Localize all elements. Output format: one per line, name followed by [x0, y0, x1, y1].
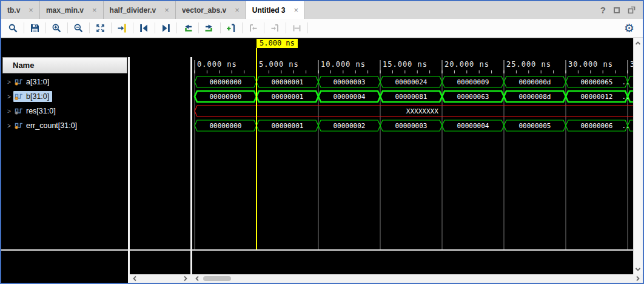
svg-text:00000001: 00000001 — [272, 78, 304, 86]
svg-text:..: .. — [622, 78, 629, 86]
svg-text:00000006: 00000006 — [581, 122, 613, 130]
scroll-right-icon[interactable] — [181, 274, 190, 283]
svg-text:00000000: 00000000 — [210, 78, 242, 86]
tab-label: Untitled 3 — [252, 6, 286, 15]
save-waveform-button[interactable] — [27, 21, 43, 35]
toolbar-separator — [242, 22, 243, 33]
signal-name: err_count[31:0] — [26, 121, 77, 130]
toolbar-separator — [286, 22, 286, 33]
signal-name: a[31:0] — [26, 78, 49, 86]
scroll-down-icon[interactable] — [634, 265, 642, 274]
tab-bar: tb.v × max_min.v × half_divider.v × vect… — [1, 1, 643, 19]
name-column-header[interactable]: Name — [2, 57, 127, 73]
svg-text:10.000 ns: 10.000 ns — [321, 60, 366, 69]
toolbar-separator — [220, 22, 221, 33]
svg-text:..: .. — [622, 122, 629, 130]
expand-chevron-icon[interactable]: > — [5, 93, 13, 100]
svg-text:00000024: 00000024 — [395, 78, 428, 86]
toolbar-separator — [155, 22, 155, 33]
tab-untitled-3[interactable]: Untitled 3 × — [246, 1, 305, 19]
waveform-canvas[interactable]: 0.000 ns5.000 ns10.000 ns15.000 ns20.000… — [192, 38, 633, 274]
zoom-in-button[interactable] — [49, 21, 65, 35]
signal-name: res[31:0] — [26, 107, 56, 115]
bus-signal-icon — [15, 78, 23, 86]
previous-marker-button — [245, 21, 261, 35]
waveform-display[interactable]: 5.000 ns 0.000 ns5.000 ns10.000 ns15.000… — [192, 38, 633, 283]
tab-label: max_min.v — [46, 6, 84, 15]
svg-text:30.000 ns: 30.000 ns — [568, 60, 613, 69]
toolbar-separator — [45, 22, 46, 33]
titlebar-icons: ? — [600, 1, 643, 19]
close-icon[interactable]: × — [92, 6, 97, 14]
float-window-icon[interactable] — [628, 6, 636, 14]
signal-name: b[31:0] — [26, 92, 49, 101]
scroll-left-icon[interactable] — [193, 274, 201, 283]
scroll-up-icon[interactable] — [634, 39, 642, 47]
maximize-icon[interactable] — [614, 7, 620, 13]
scroll-right-icon[interactable] — [634, 274, 642, 283]
svg-text:5.000 ns: 5.000 ns — [259, 60, 299, 69]
svg-text:XXXXXXXX: XXXXXXXX — [406, 107, 438, 115]
help-icon[interactable]: ? — [600, 5, 606, 15]
zoom-fit-button[interactable] — [92, 21, 109, 35]
signal-row-err_count[interactable]: > err_count[31:0] — [2, 118, 127, 133]
zoom-to-cursor-button[interactable] — [114, 21, 130, 35]
svg-text:00000004: 00000004 — [457, 122, 489, 130]
wave-toolbar: ⚙ — [1, 19, 643, 38]
bus-signal-icon — [15, 107, 23, 115]
add-marker-button[interactable] — [223, 21, 240, 35]
tab-half_divider.v[interactable]: half_divider.v × — [104, 1, 176, 19]
toolbar-separator — [111, 22, 112, 33]
toolbar-separator — [264, 22, 264, 33]
expand-chevron-icon[interactable]: > — [5, 123, 13, 129]
svg-text:0000000d: 0000000d — [519, 78, 551, 86]
tab-label: half_divider.v — [110, 6, 156, 15]
close-icon[interactable]: × — [235, 6, 240, 14]
expand-chevron-icon[interactable]: > — [5, 108, 13, 115]
wave-panel-hscrollbar[interactable] — [192, 274, 643, 283]
svg-text:00000001: 00000001 — [272, 122, 304, 130]
tab-tb.v[interactable]: tb.v × — [1, 1, 40, 19]
wave-window-body: Name > a[31:0] > b[31:0] > res[31 — [1, 38, 643, 283]
tab-vector_abs.v[interactable]: vector_abs.v × — [176, 1, 246, 19]
svg-text:0.000 ns: 0.000 ns — [197, 60, 237, 69]
go-to-next-transition-button[interactable] — [158, 21, 174, 35]
svg-text:00000005: 00000005 — [519, 122, 551, 130]
bus-signal-icon — [15, 93, 23, 100]
scroll-left-icon[interactable] — [130, 274, 139, 283]
previous-edge-button[interactable] — [179, 21, 196, 35]
tab-label: vector_abs.v — [182, 6, 226, 15]
svg-text:00000000: 00000000 — [210, 93, 242, 101]
svg-text:00000004: 00000004 — [334, 93, 366, 101]
signal-row-res[interactable]: > res[31:0] — [2, 104, 127, 118]
toolbar-separator — [89, 22, 90, 33]
svg-text:..: .. — [622, 93, 629, 101]
close-icon[interactable]: × — [294, 6, 299, 14]
svg-text:00000063: 00000063 — [457, 93, 489, 101]
svg-text:00000009: 00000009 — [457, 78, 489, 86]
close-icon[interactable]: × — [164, 6, 169, 14]
close-icon[interactable]: × — [29, 6, 33, 14]
signal-row-b[interactable]: > b[31:0] — [2, 89, 127, 104]
go-to-previous-transition-button[interactable] — [136, 21, 152, 35]
zoom-out-button[interactable] — [70, 21, 87, 35]
svg-text:00000002: 00000002 — [334, 122, 366, 130]
settings-gear-icon[interactable]: ⚙ — [624, 22, 634, 34]
tab-max_min.v[interactable]: max_min.v × — [40, 1, 104, 19]
expand-chevron-icon[interactable]: > — [5, 79, 13, 86]
waveform-viewer-window: tb.v × max_min.v × half_divider.v × vect… — [0, 0, 644, 284]
svg-text:20.000 ns: 20.000 ns — [444, 60, 489, 69]
svg-text:15.000 ns: 15.000 ns — [383, 60, 428, 69]
svg-text:00000003: 00000003 — [334, 78, 366, 86]
find-button[interactable] — [5, 21, 21, 35]
value-panel-hscrollbar[interactable] — [130, 274, 190, 283]
toolbar-separator — [307, 22, 308, 33]
next-edge-button[interactable] — [201, 21, 218, 35]
next-marker-button — [267, 21, 283, 35]
signal-row-a[interactable]: > a[31:0] — [2, 75, 127, 89]
vertical-scrollbar[interactable] — [633, 38, 643, 274]
svg-text:00000065: 00000065 — [581, 78, 613, 86]
svg-text:25.000 ns: 25.000 ns — [506, 60, 551, 69]
cursor-time-label[interactable]: 5.000 ns — [257, 39, 298, 48]
scrollbar-thumb[interactable] — [203, 276, 231, 281]
